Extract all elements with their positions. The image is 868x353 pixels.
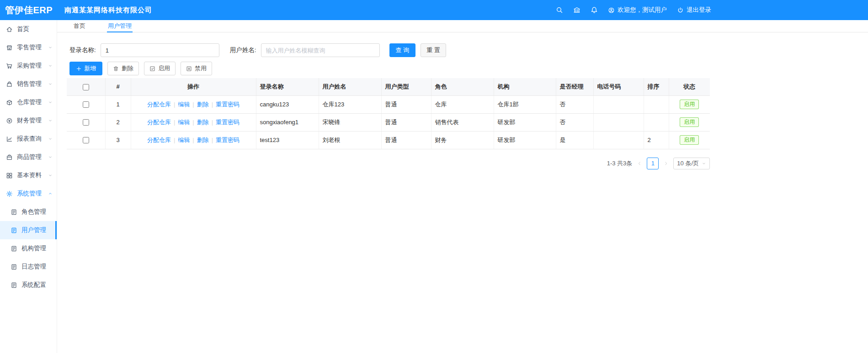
action-separator: |: [212, 101, 213, 108]
cell-sort: [644, 113, 669, 131]
sidebar-item-user-mgmt[interactable]: 用户管理: [0, 221, 57, 239]
page-size-label: 10 条/页: [677, 159, 699, 168]
cell-org: 研发部: [494, 113, 556, 131]
edit-link[interactable]: 编辑: [178, 119, 190, 126]
welcome-user[interactable]: 欢迎您，测试用户: [608, 6, 667, 14]
tab-home[interactable]: 首页: [74, 20, 85, 32]
sidebar-item-sales[interactable]: 销售管理: [0, 75, 57, 93]
cell-user-type: 普通: [381, 131, 431, 149]
reset-password-link[interactable]: 重置密码: [216, 119, 240, 126]
action-separator: |: [192, 119, 194, 126]
cell-login-name: cangku123: [256, 95, 319, 113]
grid-icon: [6, 172, 13, 179]
row-checkbox[interactable]: [83, 101, 89, 108]
chevron-up-icon: [48, 191, 53, 196]
sidebar-item-org-mgmt[interactable]: 机构管理: [0, 239, 57, 258]
assign-warehouse-link[interactable]: 分配仓库: [147, 101, 171, 108]
sidebar-item-reports[interactable]: 报表查询: [0, 130, 57, 148]
col-status: 状态: [669, 78, 710, 95]
topbar: 管伊佳ERP 南通某某网络科技有限公司 欢迎您，测试用户 退出登录: [0, 0, 868, 20]
page-size-select[interactable]: 10 条/页: [673, 158, 710, 169]
sidebar-item-label: 采购管理: [17, 62, 42, 70]
col-user-name: 用户姓名: [319, 78, 381, 95]
tab-user-mgmt[interactable]: 用户管理: [108, 20, 132, 32]
cell-phone: [593, 113, 644, 131]
delete-link[interactable]: 删除: [197, 137, 209, 143]
row-index: 3: [105, 131, 131, 149]
chevron-down-icon: [48, 155, 53, 159]
cell-user-name: 刘老根: [319, 131, 381, 149]
table-header-row: # 操作 登录名称 用户姓名 用户类型 角色 机构 是否经理 电话号码 排序 状…: [67, 78, 710, 95]
page-number-button[interactable]: 1: [647, 158, 659, 169]
delete-link[interactable]: 删除: [197, 119, 209, 126]
document-icon: [11, 209, 17, 216]
app-logo[interactable]: 管伊佳ERP: [0, 4, 57, 16]
reset-password-link[interactable]: 重置密码: [216, 137, 240, 143]
sidebar-item-role-mgmt[interactable]: 角色管理: [0, 203, 57, 221]
cell-org: 研发部: [494, 131, 556, 149]
logout-button[interactable]: 退出登录: [677, 6, 711, 14]
user-name-input[interactable]: [261, 43, 380, 57]
assign-warehouse-link[interactable]: 分配仓库: [147, 119, 171, 126]
row-actions: 分配仓库|编辑|删除|重置密码: [131, 131, 256, 149]
row-actions: 分配仓库|编辑|删除|重置密码: [131, 113, 256, 131]
sidebar-item-label: 机构管理: [21, 244, 46, 253]
user-name-label: 用户姓名:: [230, 46, 256, 54]
sidebar-item-label: 日志管理: [21, 263, 46, 271]
status-badge: 启用: [680, 100, 699, 110]
sidebar-item-warehouse[interactable]: 仓库管理: [0, 93, 57, 111]
next-page-icon[interactable]: [663, 161, 669, 166]
sidebar-item-purchase[interactable]: 采购管理: [0, 57, 57, 75]
sidebar-item-retail[interactable]: 零售管理: [0, 38, 57, 57]
sidebar: 首页 零售管理 采购管理 销售管理 仓库管理 财务管理 报表查询 商品管理 基本…: [0, 20, 57, 353]
reset-password-link[interactable]: 重置密码: [216, 101, 240, 108]
prev-page-icon[interactable]: [637, 161, 642, 166]
bag-icon: [6, 81, 13, 88]
row-checkbox[interactable]: [83, 137, 89, 143]
document-icon: [11, 227, 17, 234]
cell-status: 启用: [669, 113, 710, 131]
sidebar-item-finance[interactable]: 财务管理: [0, 111, 57, 130]
chevron-down-icon: [48, 45, 53, 50]
table-row: 3 分配仓库|编辑|删除|重置密码 test123 刘老根 普通 财务 研发部 …: [67, 131, 710, 149]
login-name-input[interactable]: [101, 43, 219, 57]
cell-login-name: songxiaofeng1: [256, 113, 319, 131]
edit-link[interactable]: 编辑: [178, 101, 190, 108]
col-action: 操作: [131, 78, 256, 95]
delete-button[interactable]: 删除: [107, 62, 139, 75]
table-row: 2 分配仓库|编辑|删除|重置密码 songxiaofeng1 宋晓锋 普通 销…: [67, 113, 710, 131]
select-all-checkbox[interactable]: [83, 84, 89, 90]
home-button[interactable]: [573, 6, 580, 14]
chevron-down-icon: [48, 173, 53, 178]
col-phone: 电话号码: [593, 78, 644, 95]
sidebar-item-basic-data[interactable]: 基本资料: [0, 166, 57, 184]
sidebar-item-home[interactable]: 首页: [0, 20, 57, 38]
sidebar-item-system[interactable]: 系统管理: [0, 184, 57, 203]
search-icon: [556, 6, 563, 14]
notifications-button[interactable]: [591, 6, 598, 14]
row-checkbox[interactable]: [83, 119, 89, 126]
search-button[interactable]: [556, 6, 563, 14]
add-button[interactable]: 新增: [69, 62, 102, 75]
pagination: 1-3 共3条 1 10 条/页: [67, 158, 710, 169]
sidebar-item-goods[interactable]: 商品管理: [0, 148, 57, 166]
disable-button[interactable]: 禁用: [181, 62, 212, 75]
login-name-label: 登录名称:: [69, 46, 96, 54]
sidebar-item-label: 零售管理: [17, 43, 42, 52]
enable-button[interactable]: 启用: [144, 62, 176, 75]
row-index: 2: [105, 113, 131, 131]
document-icon: [11, 245, 17, 252]
reset-button[interactable]: 重 置: [421, 43, 446, 57]
query-button[interactable]: 查 询: [389, 43, 416, 57]
sidebar-item-sys-config[interactable]: 系统配置: [0, 276, 57, 294]
company-name: 南通某某网络科技有限公司: [64, 6, 152, 15]
action-separator: |: [174, 119, 175, 126]
assign-warehouse-link[interactable]: 分配仓库: [147, 137, 171, 143]
delete-link[interactable]: 删除: [197, 101, 209, 108]
sidebar-item-log-mgmt[interactable]: 日志管理: [0, 258, 57, 276]
disable-button-label: 禁用: [195, 64, 207, 73]
x-square-icon: [186, 66, 192, 72]
cell-user-type: 普通: [381, 95, 431, 113]
cell-user-type: 普通: [381, 113, 431, 131]
edit-link[interactable]: 编辑: [178, 137, 190, 143]
